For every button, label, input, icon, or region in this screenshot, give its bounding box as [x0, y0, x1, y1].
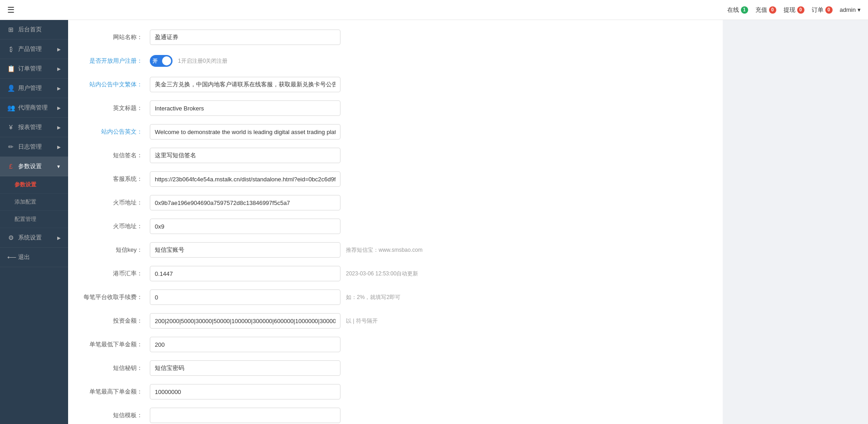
- label-notice-cn: 站内公告中文繁体：: [77, 80, 150, 89]
- form-row-invest-amount: 投资金额： 以 | 符号隔开: [77, 313, 714, 329]
- label-invest-amount: 投资金额：: [77, 317, 150, 325]
- label-open-register: 是否开放用户注册：: [77, 57, 150, 65]
- toggle-knob: [162, 56, 171, 65]
- input-notice-en[interactable]: [150, 124, 340, 140]
- orders-icon: 📋: [7, 65, 15, 72]
- label-site-name: 网站名称：: [77, 33, 150, 41]
- input-sms-sign[interactable]: [150, 148, 340, 163]
- sidebar-item-logs[interactable]: ✏ 日志管理 ▶: [0, 137, 68, 157]
- sidebar-sub-params-settings[interactable]: 参数设置: [0, 176, 68, 194]
- sidebar-item-users[interactable]: 👤 用户管理 ▶: [0, 79, 68, 98]
- sub-label-params-settings: 参数设置: [15, 181, 36, 189]
- input-sms-key[interactable]: [150, 242, 340, 258]
- order-label: 订单: [812, 6, 824, 14]
- label-customer-service: 客服系统：: [77, 175, 150, 183]
- main-content: 网站名称： 是否开放用户注册： 开 1开启注册0关闭注册: [68, 20, 723, 424]
- params-icon: £: [7, 163, 15, 170]
- toggle-on-label: 开: [153, 58, 158, 65]
- arrow-icon-reports: ▶: [57, 125, 61, 130]
- sidebar-sub-add-config[interactable]: 添加配置: [0, 194, 68, 211]
- hint-invest-amount: 以 | 符号隔开: [346, 317, 378, 325]
- arrow-icon-system: ▶: [57, 235, 61, 240]
- sidebar-item-agents[interactable]: 👥 代理商管理 ▶: [0, 98, 68, 118]
- label-sms-template: 短信模板：: [77, 411, 150, 419]
- form-row-sms-key: 短信key： 推荐短信宝：www.smsbao.com: [77, 242, 714, 258]
- label-sms-secret: 短信秘钥：: [77, 364, 150, 372]
- sidebar-item-params[interactable]: £ 参数设置 ▼: [0, 157, 68, 176]
- sidebar-item-reports[interactable]: ¥ 报表管理 ▶: [0, 118, 68, 137]
- input-fire-coin-2[interactable]: [150, 219, 340, 234]
- label-max-order: 单笔最高下单金额：: [77, 388, 150, 396]
- sub-label-add-config: 添加配置: [15, 198, 36, 206]
- toggle-wrapper: 开: [150, 55, 173, 67]
- sidebar-label-system: 系统设置: [18, 234, 42, 242]
- input-english-title[interactable]: [150, 100, 340, 116]
- arrow-icon-users: ▶: [57, 86, 61, 91]
- label-sms-key: 短信key：: [77, 246, 150, 254]
- input-min-order[interactable]: [150, 337, 340, 352]
- input-platform-fee[interactable]: [150, 289, 340, 305]
- label-notice-en: 站内公告英文：: [77, 128, 150, 136]
- label-fire-coin-2: 火币地址：: [77, 222, 150, 230]
- input-sms-secret[interactable]: [150, 360, 340, 376]
- status-label: 在线: [727, 6, 739, 14]
- sidebar-label-params: 参数设置: [18, 162, 42, 170]
- hint-platform-fee: 如：2%，就填写2即可: [346, 294, 400, 301]
- order-item[interactable]: 订单 0: [812, 6, 833, 14]
- sidebar-item-logout[interactable]: ⟵ 退出: [0, 248, 68, 267]
- menu-icon[interactable]: ☰: [7, 5, 15, 15]
- form-row-open-register: 是否开放用户注册： 开 1开启注册0关闭注册: [77, 53, 714, 69]
- sidebar-label-products: 产品管理: [18, 45, 42, 53]
- order-badge: 0: [825, 6, 833, 14]
- input-notice-cn[interactable]: [150, 77, 340, 92]
- sub-label-config-manage: 配置管理: [15, 215, 36, 223]
- withdraw-item[interactable]: 提现 0: [784, 6, 804, 14]
- sidebar-label-dashboard: 后台首页: [18, 25, 42, 34]
- header-left: ☰: [7, 5, 15, 15]
- arrow-icon-params: ▼: [56, 164, 61, 169]
- input-customer-service[interactable]: [150, 171, 340, 187]
- input-sms-template[interactable]: [150, 408, 340, 423]
- input-site-name[interactable]: [150, 30, 340, 45]
- form-row-sms-sign: 短信签名：: [77, 147, 714, 164]
- top-header: ☰ 在线 1 充值 0 提现 0 订单 0 admin ▾: [0, 0, 868, 20]
- arrow-icon-agents: ▶: [57, 105, 61, 110]
- sidebar-item-orders[interactable]: 📋 订单管理 ▶: [0, 59, 68, 79]
- toggle-switch-register[interactable]: 开: [150, 55, 173, 67]
- recharge-item[interactable]: 充值 0: [755, 6, 776, 14]
- hint-hk-rate: 2023-03-06 12:53:00自动更新: [346, 270, 418, 278]
- user-info[interactable]: admin ▾: [840, 6, 861, 13]
- reports-icon: ¥: [7, 124, 15, 131]
- label-min-order: 单笔最低下单金额：: [77, 340, 150, 349]
- form-row-site-name: 网站名称：: [77, 29, 714, 45]
- recharge-label: 充值: [755, 6, 767, 14]
- form-row-english-title: 英文标题：: [77, 100, 714, 116]
- input-hk-rate[interactable]: [150, 266, 340, 281]
- sidebar-label-agents: 代理商管理: [18, 104, 48, 112]
- input-fire-coin-1[interactable]: [150, 195, 340, 210]
- sidebar-item-system[interactable]: ⚙ 系统设置 ▶: [0, 228, 68, 248]
- input-invest-amount[interactable]: [150, 313, 340, 329]
- right-panel: [723, 20, 868, 424]
- label-platform-fee: 每笔平台收取手续费：: [77, 293, 150, 301]
- label-english-title: 英文标题：: [77, 104, 150, 112]
- logs-icon: ✏: [7, 143, 15, 150]
- sidebar-item-products[interactable]: ₿ 产品管理 ▶: [0, 40, 68, 59]
- sidebar-label-reports: 报表管理: [18, 123, 42, 131]
- sidebar-label-logs: 日志管理: [18, 143, 42, 151]
- form-row-fire-coin-1: 火币地址：: [77, 195, 714, 211]
- form-row-notice-en: 站内公告英文：: [77, 124, 714, 140]
- sidebar-item-dashboard[interactable]: ⊞ 后台首页: [0, 20, 68, 40]
- withdraw-label: 提现: [784, 6, 795, 14]
- form-row-fire-coin-2: 火币地址：: [77, 218, 714, 234]
- arrow-icon-logs: ▶: [57, 145, 61, 150]
- hint-sms-key: 推荐短信宝：www.smsbao.com: [346, 246, 423, 254]
- form-row-sms-template: 短信模板：: [77, 407, 714, 424]
- input-max-order[interactable]: [150, 384, 340, 399]
- products-icon: ₿: [7, 45, 15, 53]
- sidebar-label-logout: 退出: [18, 253, 30, 261]
- arrow-icon: ▶: [57, 47, 61, 52]
- user-label: admin: [840, 6, 856, 13]
- label-sms-sign: 短信签名：: [77, 151, 150, 160]
- sidebar-sub-config-manage[interactable]: 配置管理: [0, 211, 68, 228]
